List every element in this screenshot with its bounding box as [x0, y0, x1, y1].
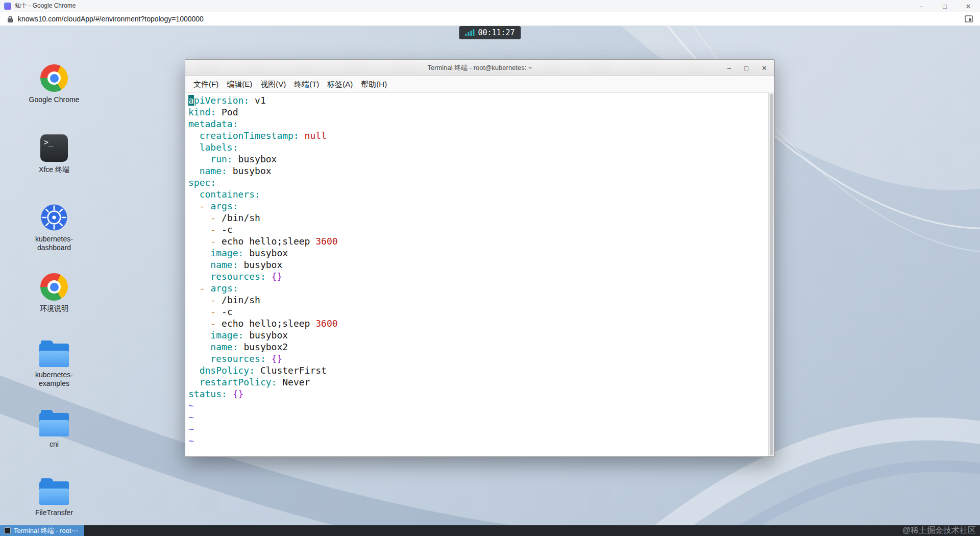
terminal-glyph-icon: >_ — [40, 134, 68, 162]
terminal-window-controls: – □ ✕ — [727, 60, 767, 76]
desktop-icon-filetransfer[interactable]: FileTransfer — [22, 478, 86, 517]
folder-icon — [39, 344, 69, 367]
terminal-menu-item-1[interactable]: 文件(F) — [189, 80, 223, 89]
browser-window-controls: – □ ✕ — [910, 0, 980, 12]
desktop-icon-environment-readme[interactable]: 环境说明 — [22, 273, 86, 313]
folder-icon — [39, 481, 69, 505]
desktop-icon-label: Google Chrome — [29, 95, 80, 104]
terminal-menu-item-6[interactable]: 帮助(H) — [357, 80, 391, 89]
terminal-line: dnsPolicy: ClusterFirst — [188, 364, 774, 376]
terminal-line: - args: — [188, 282, 774, 294]
desktop-icon-label: 环境说明 — [40, 304, 68, 313]
desktop-icon-kubernetes-examples[interactable]: kubernetes-examples — [22, 340, 86, 388]
desktop-icon-label: FileTransfer — [35, 508, 73, 517]
url-text: knows10.com/cloudApp/#/environment?topol… — [18, 15, 204, 23]
browser-titlebar[interactable]: 知十 - Google Chrome – □ ✕ — [0, 0, 980, 12]
terminal-line: name: busybox2 — [188, 341, 774, 353]
desktop-icon-cni[interactable]: cni — [22, 410, 86, 449]
browser-maximize-button[interactable]: □ — [933, 0, 957, 12]
chrome-logo-icon — [40, 273, 68, 301]
taskbar-button-label: Terminal 终端 - root⋯ — [14, 526, 78, 535]
kubernetes-icon — [40, 204, 68, 231]
taskbar: Terminal 终端 - root⋯ @稀土掘金技术社区 — [0, 525, 980, 536]
terminal-line: creationTimestamp: null — [188, 130, 774, 141]
browser-urlbar[interactable]: knows10.com/cloudApp/#/environment?topol… — [0, 12, 980, 26]
terminal-line: - /bin/sh — [188, 212, 774, 224]
browser-app-icon — [4, 3, 11, 10]
terminal-line: image: busybox — [188, 247, 774, 259]
terminal-menu-item-2[interactable]: 编辑(E) — [223, 80, 256, 89]
terminal-menu-item-3[interactable]: 视图(V) — [256, 80, 290, 89]
terminal-line: status: {} — [188, 388, 774, 400]
terminal-line: - -c — [188, 224, 774, 235]
desktop-icon-xfce-terminal[interactable]: >_Xfce 终端 — [22, 134, 86, 174]
terminal-line: - /bin/sh — [188, 294, 774, 306]
vim-statusline: "pod.yaml" 26L, 417C 1,1 全部 — [185, 443, 768, 456]
terminal-line: kind: Pod — [188, 106, 774, 118]
terminal-line: name: busybox — [188, 259, 774, 271]
fullscreen-icon[interactable] — [965, 15, 973, 25]
folder-icon — [39, 413, 69, 436]
browser-window-title: 知十 - Google Chrome — [15, 2, 76, 10]
desktop-icon-label: kubernetes-dashboard — [23, 235, 85, 252]
terminal-line: - -c — [188, 306, 774, 318]
terminal-title: Terminal 终端 - root@kubernetes: ~ — [427, 63, 532, 72]
terminal-line: restartPolicy: Never — [188, 376, 774, 388]
desktop-icon-kubernetes-dashboard[interactable]: kubernetes-dashboard — [22, 204, 86, 252]
terminal-line: resources: {} — [188, 271, 774, 282]
taskbar-terminal-button[interactable]: Terminal 终端 - root⋯ — [0, 525, 84, 536]
terminal-line: apiVersion: v1 — [188, 94, 774, 106]
terminal-window: Terminal 终端 - root@kubernetes: ~ – □ ✕ 文… — [185, 59, 775, 457]
timer-text: 00:11:27 — [478, 28, 514, 37]
terminal-line: resources: {} — [188, 353, 774, 364]
terminal-close-button[interactable]: ✕ — [762, 64, 767, 72]
desktop-icon-label: Xfce 终端 — [39, 165, 69, 174]
terminal-minimize-button[interactable]: – — [727, 64, 731, 72]
terminal-line: ~ — [188, 411, 774, 423]
terminal-line: run: busybox — [188, 153, 774, 165]
terminal-content[interactable]: apiVersion: v1kind: Podmetadata: creatio… — [185, 93, 774, 456]
watermark: @稀土掘金技术社区 — [902, 525, 980, 536]
terminal-maximize-button[interactable]: □ — [744, 64, 748, 72]
terminal-titlebar[interactable]: Terminal 终端 - root@kubernetes: ~ – □ ✕ — [185, 60, 774, 76]
terminal-line: spec: — [188, 177, 774, 188]
terminal-line: - args: — [188, 200, 774, 212]
desktop-icon-google-chrome[interactable]: Google Chrome — [22, 64, 86, 104]
terminal-line: name: busybox — [188, 165, 774, 177]
vim-buffer: apiVersion: v1kind: Podmetadata: creatio… — [185, 93, 774, 447]
lock-icon — [7, 15, 13, 23]
desktop-icon-label: cni — [50, 440, 59, 449]
terminal-line: labels: — [188, 141, 774, 153]
browser-minimize-button[interactable]: – — [910, 0, 933, 12]
terminal-menu-item-4[interactable]: 终端(T) — [290, 80, 323, 89]
desktop-icon-label: kubernetes-examples — [23, 371, 85, 388]
terminal-line: - echo hello;sleep 3600 — [188, 318, 774, 329]
screen: 知十 - Google Chrome – □ ✕ knows10.com/clo… — [0, 0, 980, 536]
terminal-line: ~ — [188, 423, 774, 435]
terminal-menubar: 文件(F)编辑(E)视图(V)终端(T)标签(A)帮助(H) — [185, 76, 774, 93]
scrollbar-thumb[interactable] — [770, 94, 773, 455]
terminal-scrollbar[interactable] — [768, 93, 774, 456]
browser-close-button[interactable]: ✕ — [957, 0, 980, 12]
terminal-line: ~ — [188, 400, 774, 411]
terminal-line: containers: — [188, 188, 774, 200]
chrome-logo-icon — [40, 64, 68, 92]
signal-icon — [465, 29, 474, 36]
terminal-line: - echo hello;sleep 3600 — [188, 235, 774, 247]
terminal-line: metadata: — [188, 118, 774, 130]
terminal-menu-item-5[interactable]: 标签(A) — [323, 80, 357, 89]
terminal-line: image: busybox — [188, 329, 774, 341]
session-timer: 00:11:27 — [459, 26, 521, 39]
terminal-app-icon — [4, 527, 11, 534]
